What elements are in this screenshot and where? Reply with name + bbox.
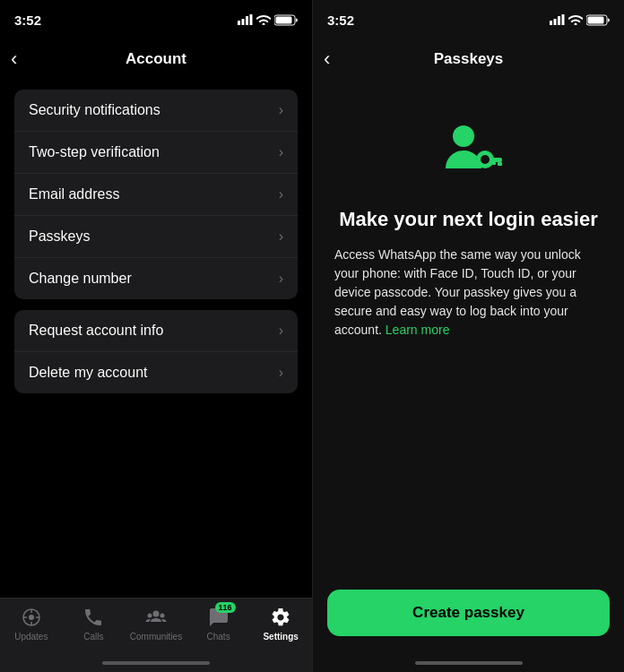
svg-rect-15 <box>550 21 552 25</box>
svg-rect-17 <box>558 16 560 25</box>
menu-item-passkeys[interactable]: Passkeys › <box>14 216 298 258</box>
right-panel: 3:52 ‹ Passkeys <box>312 0 624 672</box>
svg-point-14 <box>160 614 164 618</box>
chevron-change-number: › <box>279 271 283 287</box>
tab-updates[interactable]: Updates <box>0 606 63 642</box>
wifi-icon <box>256 14 271 25</box>
left-panel: 3:52 ‹ Account Security n <box>0 0 312 672</box>
menu-item-security-notifications[interactable]: Security notifications › <box>14 90 298 132</box>
create-passkey-container: Create passkey <box>327 590 610 636</box>
svg-rect-2 <box>246 16 248 25</box>
tab-chats[interactable]: 116 Chats <box>187 606 250 642</box>
svg-rect-3 <box>250 14 253 25</box>
status-icons-left <box>238 14 298 26</box>
chevron-passkeys: › <box>279 228 283 245</box>
svg-rect-0 <box>238 21 240 25</box>
change-number-label: Change number <box>29 271 132 287</box>
svg-rect-1 <box>242 19 245 25</box>
passkey-icon <box>433 115 505 186</box>
tab-chats-label: Chats <box>207 632 230 642</box>
battery-icon-right <box>586 14 610 26</box>
status-icons-right <box>550 14 610 26</box>
menu-item-request-info[interactable]: Request account info › <box>14 310 298 352</box>
menu-item-email[interactable]: Email address › <box>14 174 298 216</box>
svg-point-13 <box>147 614 152 618</box>
create-passkey-button[interactable]: Create passkey <box>327 590 610 636</box>
email-label: Email address <box>29 186 119 202</box>
svg-rect-16 <box>554 19 557 25</box>
back-button-right[interactable]: ‹ <box>324 47 330 71</box>
status-bar-left: 3:52 <box>0 0 312 39</box>
home-indicator-left <box>102 661 210 665</box>
status-bar-right: 3:52 <box>313 0 624 39</box>
account-header: ‹ Account <box>0 39 312 79</box>
page-title-right: Passkeys <box>434 50 504 68</box>
request-info-label: Request account info <box>29 323 163 339</box>
menu-item-change-number[interactable]: Change number › <box>14 258 298 299</box>
chevron-two-step: › <box>279 144 283 160</box>
menu-item-two-step[interactable]: Two-step verification › <box>14 132 298 174</box>
two-step-label: Two-step verification <box>29 144 160 160</box>
chats-badge: 116 <box>215 602 236 613</box>
home-indicator-right <box>415 661 523 665</box>
chevron-email: › <box>279 186 283 202</box>
tab-calls-label: Calls <box>83 632 103 642</box>
svg-rect-5 <box>276 16 292 23</box>
svg-rect-24 <box>490 158 502 162</box>
passkeys-content: Make your next login easier Access Whats… <box>313 79 624 672</box>
learn-more-link[interactable]: Learn more <box>386 323 450 337</box>
tab-communities[interactable]: Communities <box>125 606 187 642</box>
svg-rect-25 <box>498 162 502 166</box>
account-menu-section-1: Security notifications › Two-step verifi… <box>14 90 298 299</box>
back-chevron-left: ‹ <box>11 47 17 71</box>
page-title-left: Account <box>126 50 186 68</box>
svg-rect-26 <box>492 162 496 165</box>
updates-icon <box>20 606 43 629</box>
chevron-delete: › <box>279 365 283 381</box>
tab-settings[interactable]: Settings <box>249 606 312 642</box>
svg-point-12 <box>152 611 159 617</box>
back-button-left[interactable]: ‹ <box>11 47 17 71</box>
chevron-request-info: › <box>279 323 283 339</box>
security-notifications-label: Security notifications <box>29 102 160 118</box>
passkeys-header: ‹ Passkeys <box>313 39 624 79</box>
tab-settings-label: Settings <box>263 632 298 642</box>
settings-icon <box>269 606 292 629</box>
passkeys-description: Access WhatsApp the same way you unlock … <box>334 246 602 340</box>
passkeys-label: Passkeys <box>29 228 90 245</box>
chevron-security: › <box>279 102 283 118</box>
passkeys-title: Make your next login easier <box>339 208 598 231</box>
time-right: 3:52 <box>327 13 354 28</box>
chats-icon: 116 <box>207 606 230 629</box>
delete-account-label: Delete my account <box>29 365 148 381</box>
tab-calls[interactable]: Calls <box>63 606 126 642</box>
tab-updates-label: Updates <box>14 632 48 642</box>
svg-point-23 <box>481 155 490 164</box>
passkey-illustration <box>433 115 505 186</box>
wifi-icon-right <box>568 14 583 25</box>
communities-icon <box>144 606 168 629</box>
svg-point-7 <box>29 615 34 620</box>
tab-communities-label: Communities <box>130 632 182 642</box>
signal-icon <box>238 14 253 25</box>
svg-rect-20 <box>588 16 604 23</box>
battery-icon <box>274 14 298 26</box>
svg-point-21 <box>453 125 474 147</box>
back-chevron-right: ‹ <box>324 47 330 71</box>
svg-rect-18 <box>562 14 565 25</box>
signal-icon-right <box>550 14 565 25</box>
time-left: 3:52 <box>14 13 41 28</box>
menu-item-delete-account[interactable]: Delete my account › <box>14 352 298 393</box>
calls-icon <box>82 606 105 629</box>
account-menu-section-2: Request account info › Delete my account… <box>14 310 298 393</box>
